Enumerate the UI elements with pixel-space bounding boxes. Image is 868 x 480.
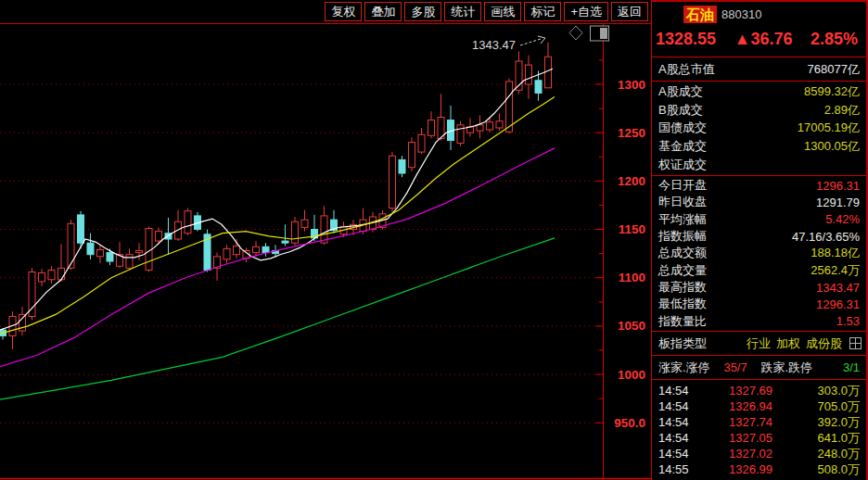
stat-value: 2.89亿 xyxy=(824,102,860,119)
candlestick-series xyxy=(0,43,552,349)
tick-price: 1327.05 xyxy=(707,430,798,446)
stat-row: 最低指数1296.31 xyxy=(652,296,866,312)
tick-list[interactable]: 14:541327.69303.0万14:541326.94705.0万14:5… xyxy=(652,380,866,480)
y-axis-label: 1250 xyxy=(618,126,645,140)
tick-time: 14:54 xyxy=(658,398,707,414)
board-type-option-加权[interactable]: 加权 xyxy=(776,335,800,352)
advancers-value: 35/7 xyxy=(714,360,758,374)
board-type-label: 板指类型 xyxy=(658,335,707,352)
candle-up xyxy=(185,211,191,234)
annotation-arrow xyxy=(520,39,541,45)
toolbar-button-返回[interactable]: 返回 xyxy=(611,2,648,21)
components-grid-icon[interactable] xyxy=(849,337,862,349)
candle-up xyxy=(253,246,260,252)
tick-row: 14:541327.05641.0万 xyxy=(652,430,866,446)
stat-value: 17005.19亿 xyxy=(798,120,860,136)
stock-app-window: 复权叠加多股统计画线标记+自选返回 1300125012001150110010… xyxy=(0,0,868,480)
stat-row: 总成交量2562.4万 xyxy=(652,262,866,279)
price-change-pct: 2.85% xyxy=(811,30,858,49)
stat-row: 国债成交17005.19亿 xyxy=(652,120,866,136)
toolbar-button-多股[interactable]: 多股 xyxy=(404,2,441,21)
tick-time: 14:54 xyxy=(658,446,707,461)
stat-label: B股成交 xyxy=(658,102,703,119)
stat-value: 768077亿 xyxy=(808,61,860,78)
stat-label: 最高指数 xyxy=(658,279,707,296)
ma-line-ma-white xyxy=(0,69,553,330)
stat-row: 指数振幅47.16/3.65% xyxy=(652,228,866,245)
price-change: ▲36.76 xyxy=(734,30,793,49)
stat-row: A股成交8599.32亿 xyxy=(652,83,866,100)
candle-up xyxy=(496,121,503,128)
tick-volume: 392.0万 xyxy=(798,414,860,430)
stat-label: 平均涨幅 xyxy=(658,211,707,228)
symbol-code: 880310 xyxy=(721,7,761,21)
symbol-name: 石油 xyxy=(683,6,717,23)
stat-value: 47.16/3.65% xyxy=(792,230,860,244)
quote-header: 石油 880310 1328.55 ▲36.76 2.85% xyxy=(652,2,866,57)
toolbar-button-复权[interactable]: 复权 xyxy=(325,2,362,21)
stat-label: A股总市值 xyxy=(658,61,715,78)
y-axis-label: 950.0 xyxy=(614,416,645,430)
toolbar-button-画线[interactable]: 画线 xyxy=(484,2,521,21)
stat-label: 总成交额 xyxy=(658,245,707,261)
decliners-value: 3/1 xyxy=(816,360,860,374)
candle-down xyxy=(262,246,269,252)
stat-value: 8599.32亿 xyxy=(804,83,860,100)
kline-chart[interactable]: 1300125012001150110010501000950.01343.47 xyxy=(0,23,651,480)
candle-up xyxy=(321,216,327,243)
tick-row: 14:551326.99508.0万 xyxy=(652,461,866,477)
tick-row: 14:541327.74392.0万 xyxy=(652,414,866,430)
toolbar-button-标记[interactable]: 标记 xyxy=(524,2,561,21)
split-window-icon[interactable] xyxy=(591,26,609,41)
stat-row: 总成交额188.18亿 xyxy=(652,245,866,261)
stat-row: 昨日收盘1291.79 xyxy=(652,194,866,210)
stat-row: 最高指数1343.47 xyxy=(652,279,866,296)
diamond-marker-icon[interactable] xyxy=(569,26,582,40)
turnover-section: A股成交8599.32亿B股成交2.89亿国债成交17005.19亿基金成交13… xyxy=(652,82,866,176)
advancers-decliners-row: 涨家.涨停 35/7 跌家.跌停 3/1 xyxy=(652,356,866,380)
candle-up xyxy=(126,255,133,269)
stat-row: 基金成交1300.05亿 xyxy=(652,138,866,155)
stat-value: 2562.4万 xyxy=(811,262,860,279)
advancers-label: 涨家.涨停 xyxy=(658,360,710,376)
candle-up xyxy=(409,143,415,168)
tick-time: 14:54 xyxy=(658,430,707,446)
candle-up xyxy=(292,221,299,243)
y-axis-label: 1200 xyxy=(618,174,645,188)
toolbar-button-统计[interactable]: 统计 xyxy=(444,2,481,21)
tick-volume: 303.0万 xyxy=(798,383,860,398)
stat-value: 1291.79 xyxy=(816,196,860,209)
y-axis-label: 1050 xyxy=(618,319,645,333)
candle-up xyxy=(234,246,240,254)
candle-up xyxy=(418,134,425,152)
candle-up xyxy=(58,268,65,280)
toolbar-button-+自选[interactable]: +自选 xyxy=(564,2,608,21)
stat-value: 1296.31 xyxy=(816,297,860,311)
tick-row: 14:541326.94705.0万 xyxy=(652,398,866,414)
stat-label: 今日开盘 xyxy=(658,177,707,194)
board-type-option-成份股[interactable]: 成份股 xyxy=(806,335,842,352)
candle-down xyxy=(535,81,542,94)
candle-up xyxy=(301,220,308,227)
stat-label: 指数量比 xyxy=(658,313,707,330)
stat-value: 1300.05亿 xyxy=(804,138,860,155)
stat-label: 最低指数 xyxy=(658,296,707,312)
board-type-option-行业[interactable]: 行业 xyxy=(747,335,771,352)
tick-time: 14:54 xyxy=(658,383,707,398)
stat-value: 5.42% xyxy=(825,212,860,226)
tick-price: 1327.74 xyxy=(707,414,798,430)
candle-up xyxy=(487,122,493,130)
ma-line-ma-green xyxy=(0,238,555,399)
stat-label: 权证成交 xyxy=(658,157,707,173)
stat-label: 国债成交 xyxy=(658,120,707,136)
tick-price: 1326.99 xyxy=(707,461,798,477)
kline-chart-canvas[interactable]: 1300125012001150110010501000950.01343.47 xyxy=(0,24,651,480)
y-axis-label: 1000 xyxy=(618,368,645,382)
tick-row: 14:541327.69303.0万 xyxy=(652,383,866,398)
candle-up xyxy=(48,270,55,279)
index-stats-section: 今日开盘1296.31昨日收盘1291.79平均涨幅5.42%指数振幅47.16… xyxy=(652,176,866,332)
toolbar-button-叠加[interactable]: 叠加 xyxy=(364,2,402,21)
candle-up xyxy=(389,156,396,208)
tick-price: 1327.69 xyxy=(707,383,798,398)
board-type-row: 板指类型 行业加权成份股 xyxy=(652,332,866,356)
